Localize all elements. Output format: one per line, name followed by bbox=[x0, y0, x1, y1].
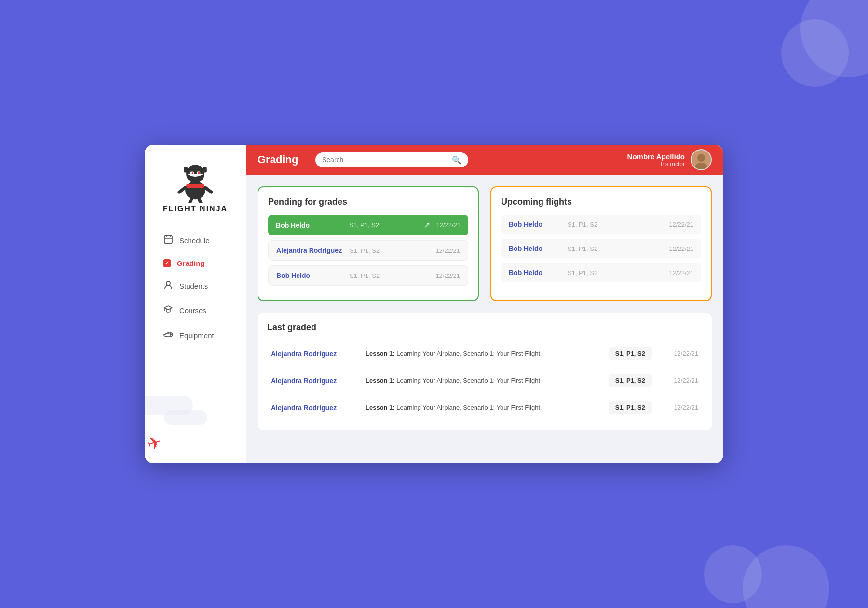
lg-row-0-date: 12/22/21 bbox=[660, 350, 698, 357]
last-graded-section: Last graded Alejandra Rodríguez Lesson 1… bbox=[258, 313, 712, 430]
sidebar-item-schedule[interactable]: Schedule bbox=[149, 229, 241, 252]
search-icon: 🔍 bbox=[452, 155, 461, 165]
upcoming-row-1-tags: S1, P1, S2 bbox=[568, 245, 663, 252]
pending-row-0-date: 12/22/21 bbox=[436, 221, 461, 229]
sidebar-item-grading[interactable]: ✓ Grading bbox=[149, 253, 241, 273]
app-title: FLIGHT NINJA bbox=[163, 205, 228, 213]
svg-line-12 bbox=[190, 198, 192, 203]
upcoming-title: Upcoming flights bbox=[501, 197, 701, 207]
airplane-decoration-icon: ✈ bbox=[145, 431, 164, 456]
upcoming-row-0[interactable]: Bob Heldo S1, P1, S2 12/22/21 bbox=[501, 215, 701, 234]
pending-row-0-name: Bob Heldo bbox=[276, 221, 343, 229]
upcoming-row-2[interactable]: Bob Heldo S1, P1, S2 12/22/21 bbox=[501, 263, 701, 282]
avatar-image bbox=[692, 150, 711, 169]
upcoming-row-0-name: Bob Heldo bbox=[509, 221, 562, 228]
upcoming-row-1-name: Bob Heldo bbox=[509, 245, 562, 252]
pending-row-2-name: Bob Heldo bbox=[276, 272, 344, 279]
lg-row-2-lesson: Lesson 1: Learning Your Airplane, Scenar… bbox=[366, 404, 601, 411]
upcoming-card: Upcoming flights Bob Heldo S1, P1, S2 12… bbox=[490, 186, 712, 301]
sidebar-item-courses[interactable]: Courses bbox=[149, 299, 241, 322]
courses-icon bbox=[163, 304, 174, 317]
svg-point-4 bbox=[191, 172, 193, 174]
logo-icon bbox=[176, 159, 215, 203]
lg-row-1-name: Alejandra Rodríguez bbox=[271, 377, 358, 385]
lg-row-2[interactable]: Alejandra Rodríguez Lesson 1: Learning Y… bbox=[267, 394, 702, 421]
svg-rect-14 bbox=[184, 167, 188, 172]
equipment-label: Equipment bbox=[179, 332, 214, 340]
lg-row-2-tags: S1, P1, S2 bbox=[609, 401, 652, 414]
top-cards: Pending for grades Bob Heldo S1, P1, S2 … bbox=[258, 186, 712, 301]
header: Grading 🔍 Nombre Apellido Instructor bbox=[246, 145, 723, 175]
lg-row-0-name: Alejandra Rodríguez bbox=[271, 350, 358, 358]
pending-row-1-date: 12/22/21 bbox=[435, 247, 460, 254]
app-title-text: FLIGHT NINJA bbox=[163, 205, 228, 213]
svg-line-10 bbox=[179, 188, 185, 192]
lg-row-1-date: 12/22/21 bbox=[660, 377, 698, 384]
lg-row-0[interactable]: Alejandra Rodríguez Lesson 1: Learning Y… bbox=[267, 340, 702, 367]
sidebar-item-students[interactable]: Students bbox=[149, 274, 241, 298]
upcoming-row-2-date: 12/22/21 bbox=[669, 269, 693, 276]
pending-row-2-tags: S1, P1, S2 bbox=[350, 272, 430, 279]
equipment-icon bbox=[163, 329, 174, 342]
content-area: Pending for grades Bob Heldo S1, P1, S2 … bbox=[246, 175, 723, 442]
pending-title: Pending for grades bbox=[268, 197, 468, 207]
svg-line-13 bbox=[199, 198, 201, 203]
pending-row-1-name: Alejandra Rodríguez bbox=[276, 247, 344, 254]
search-bar[interactable]: 🔍 bbox=[315, 152, 468, 167]
svg-point-21 bbox=[164, 334, 173, 337]
upcoming-row-2-tags: S1, P1, S2 bbox=[568, 269, 663, 276]
calendar-icon bbox=[163, 235, 174, 247]
avatar bbox=[691, 149, 712, 170]
svg-point-20 bbox=[166, 281, 170, 285]
svg-rect-6 bbox=[186, 168, 204, 172]
pending-card: Pending for grades Bob Heldo S1, P1, S2 … bbox=[258, 186, 479, 301]
sidebar: FLIGHT NINJA Schedule ✓ Grading Stud bbox=[145, 145, 246, 463]
upcoming-row-2-name: Bob Heldo bbox=[509, 269, 562, 276]
upcoming-row-1[interactable]: Bob Heldo S1, P1, S2 12/22/21 bbox=[501, 239, 701, 258]
courses-label: Courses bbox=[179, 306, 206, 315]
schedule-label: Schedule bbox=[179, 236, 210, 245]
user-name: Nombre Apellido bbox=[627, 152, 685, 161]
grading-check-icon: ✓ bbox=[163, 259, 171, 267]
logo-area: FLIGHT NINJA bbox=[153, 145, 237, 223]
sidebar-nav: Schedule ✓ Grading Students Courses bbox=[145, 223, 246, 354]
main-content: Grading 🔍 Nombre Apellido Instructor bbox=[246, 145, 723, 463]
page-title: Grading bbox=[258, 153, 306, 166]
upcoming-row-1-date: 12/22/21 bbox=[669, 245, 693, 252]
svg-point-5 bbox=[198, 172, 200, 174]
pending-row-0[interactable]: Bob Heldo S1, P1, S2 ↗ 12/22/21 bbox=[268, 215, 468, 235]
pending-row-2[interactable]: Bob Heldo S1, P1, S2 12/22/21 bbox=[268, 265, 468, 286]
pending-row-0-tags: S1, P1, S2 bbox=[349, 221, 416, 229]
user-text: Nombre Apellido Instructor bbox=[627, 152, 685, 167]
cursor-icon: ↗ bbox=[424, 221, 430, 230]
pending-row-2-date: 12/22/21 bbox=[435, 272, 460, 279]
user-info: Nombre Apellido Instructor bbox=[627, 149, 712, 170]
svg-point-0 bbox=[185, 181, 205, 199]
last-graded-title: Last graded bbox=[267, 322, 702, 332]
svg-rect-9 bbox=[186, 184, 204, 188]
lg-row-2-name: Alejandra Rodríguez bbox=[271, 404, 358, 412]
lg-row-0-lesson: Lesson 1: Learning Your Airplane, Scenar… bbox=[366, 350, 601, 357]
upcoming-row-0-date: 12/22/21 bbox=[669, 221, 693, 228]
grading-label: Grading bbox=[177, 259, 205, 267]
sidebar-item-equipment[interactable]: Equipment bbox=[149, 323, 241, 348]
sidebar-bottom: ✈ bbox=[145, 433, 246, 454]
lg-row-0-tags: S1, P1, S2 bbox=[609, 347, 652, 360]
svg-line-11 bbox=[205, 188, 211, 192]
students-label: Students bbox=[179, 282, 208, 290]
lg-row-2-date: 12/22/21 bbox=[660, 404, 698, 411]
pending-row-1-tags: S1, P1, S2 bbox=[350, 247, 430, 254]
lg-row-1-tags: S1, P1, S2 bbox=[609, 374, 652, 387]
app-container: FLIGHT NINJA Schedule ✓ Grading Stud bbox=[145, 145, 723, 463]
lg-row-1-lesson: Lesson 1: Learning Your Airplane, Scenar… bbox=[366, 377, 601, 384]
svg-rect-16 bbox=[164, 236, 172, 243]
svg-point-23 bbox=[697, 154, 705, 162]
search-input[interactable] bbox=[322, 156, 448, 164]
upcoming-row-0-tags: S1, P1, S2 bbox=[568, 221, 663, 228]
svg-rect-15 bbox=[203, 167, 207, 172]
user-role: Instructor bbox=[627, 161, 685, 167]
lg-row-1[interactable]: Alejandra Rodríguez Lesson 1: Learning Y… bbox=[267, 367, 702, 394]
pending-row-1[interactable]: Alejandra Rodríguez S1, P1, S2 12/22/21 bbox=[268, 240, 468, 261]
students-icon bbox=[163, 280, 174, 292]
